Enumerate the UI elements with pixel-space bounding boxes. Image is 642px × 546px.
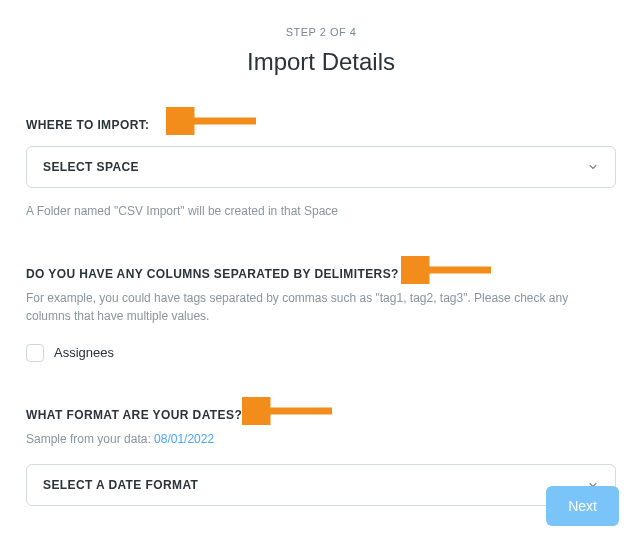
select-date-format-value: SELECT A DATE FORMAT xyxy=(43,478,198,492)
section-delimiters: DO YOU HAVE ANY COLUMNS SEPARATED BY DEL… xyxy=(26,267,616,362)
select-space-dropdown[interactable]: SELECT SPACE xyxy=(26,146,616,188)
delimiters-hint: For example, you could have tags separat… xyxy=(26,289,616,326)
assignees-checkbox-label: Assignees xyxy=(54,345,114,360)
date-sample-value: 08/01/2022 xyxy=(154,432,214,446)
date-format-label: WHAT FORMAT ARE YOUR DATES? xyxy=(26,408,616,422)
delimiters-label: DO YOU HAVE ANY COLUMNS SEPARATED BY DEL… xyxy=(26,267,616,281)
step-indicator: STEP 2 OF 4 xyxy=(26,26,616,38)
select-date-format-dropdown[interactable]: SELECT A DATE FORMAT xyxy=(26,464,616,506)
date-sample-prefix: Sample from your data: xyxy=(26,432,154,446)
select-space-value: SELECT SPACE xyxy=(43,160,139,174)
date-sample-line: Sample from your data: 08/01/2022 xyxy=(26,432,616,446)
section-date-format: WHAT FORMAT ARE YOUR DATES? Sample from … xyxy=(26,408,616,506)
assignees-checkbox[interactable] xyxy=(26,344,44,362)
assignees-checkbox-row: Assignees xyxy=(26,344,616,362)
where-to-import-label: WHERE TO IMPORT: xyxy=(26,118,616,132)
where-to-import-hint: A Folder named "CSV Import" will be crea… xyxy=(26,202,616,221)
page-title: Import Details xyxy=(26,48,616,76)
chevron-down-icon xyxy=(587,161,599,173)
section-where-to-import: WHERE TO IMPORT: SELECT SPACE A Folder n… xyxy=(26,118,616,221)
next-button[interactable]: Next xyxy=(546,486,619,526)
